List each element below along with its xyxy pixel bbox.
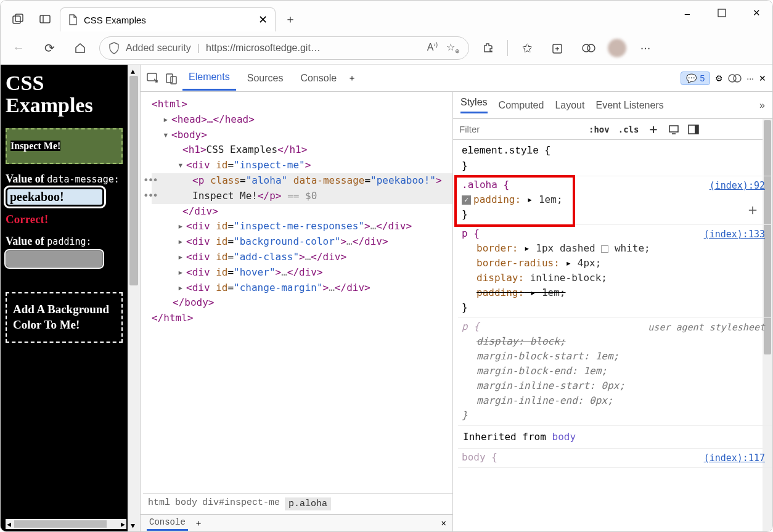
- bg-color-box[interactable]: Add A Background Color To Me!: [6, 292, 123, 342]
- read-aloud-icon[interactable]: A›): [427, 41, 438, 54]
- devtools-drawer: Console ＋ ✕: [141, 514, 452, 531]
- page-content: CSS Examples Inspect Me! Value of data-m…: [1, 65, 128, 531]
- devtools-close-icon[interactable]: ✕: [759, 73, 766, 83]
- collections-icon[interactable]: [546, 36, 570, 60]
- checkbox-icon[interactable]: ✓: [462, 195, 471, 205]
- svg-rect-4: [718, 9, 726, 17]
- devtools-toolbar: Elements Sources Console ＋ 💬5 ⚙ ··· ✕: [141, 65, 772, 92]
- device-toolbar-icon[interactable]: [165, 72, 178, 84]
- refresh-button[interactable]: ⟳: [38, 36, 61, 60]
- shield-icon: [108, 42, 120, 54]
- panel-icon[interactable]: [688, 125, 699, 134]
- correct-label: Correct!: [6, 213, 123, 226]
- new-rule-icon[interactable]: ＋: [647, 121, 660, 137]
- inherited-from: Inherited from body: [458, 426, 772, 449]
- svg-rect-0: [13, 16, 20, 23]
- tab-close-icon[interactable]: ✕: [258, 13, 268, 27]
- feedback-icon[interactable]: [728, 72, 742, 84]
- cls-toggle[interactable]: .cls: [618, 125, 639, 134]
- workspaces-icon[interactable]: [6, 7, 30, 31]
- window-controls: – ✕: [674, 3, 770, 23]
- tab-elements[interactable]: Elements: [182, 65, 236, 91]
- tab-event-listeners[interactable]: Event Listeners: [595, 100, 663, 111]
- profile-avatar[interactable]: [608, 39, 626, 57]
- back-button[interactable]: ←: [7, 36, 30, 60]
- device-icon[interactable]: [668, 125, 679, 134]
- page-scrollbar[interactable]: ▴▾: [128, 65, 140, 531]
- breadcrumb[interactable]: html body div#inspect-me p.aloha: [143, 493, 452, 514]
- styles-pane: Styles Computed Layout Event Listeners »…: [452, 92, 772, 531]
- browser-tab[interactable]: CSS Examples ✕: [60, 7, 276, 31]
- source-link[interactable]: (index):133: [704, 227, 765, 242]
- favorites-icon[interactable]: ✩: [515, 36, 539, 60]
- inspect-element-icon[interactable]: [147, 72, 160, 84]
- tab-sources[interactable]: Sources: [241, 67, 290, 90]
- rule-p-ua[interactable]: user agent stylesheet p { display: block…: [458, 318, 772, 426]
- window-maximize[interactable]: [708, 3, 735, 23]
- label-padding: Value of padding:: [6, 235, 123, 248]
- dom-tree[interactable]: <html> ▸<head>…</head> ▾<body> <h1>CSS E…: [141, 92, 452, 531]
- devtools-more-icon[interactable]: ···: [746, 73, 754, 83]
- tab-console[interactable]: Console: [294, 67, 343, 90]
- styles-more-icon[interactable]: »: [759, 100, 765, 111]
- padding-input[interactable]: [6, 250, 103, 268]
- add-property-icon[interactable]: ＋: [745, 198, 760, 221]
- home-button[interactable]: [68, 36, 92, 60]
- svg-rect-1: [15, 14, 23, 22]
- svg-rect-11: [166, 74, 173, 83]
- extensions-icon[interactable]: [476, 36, 500, 60]
- svg-rect-2: [40, 15, 50, 23]
- devtools: Elements Sources Console ＋ 💬5 ⚙ ··· ✕ <h…: [140, 65, 772, 531]
- browser-essentials-icon[interactable]: [577, 36, 600, 60]
- tab-computed[interactable]: Computed: [499, 100, 544, 111]
- tab-strip: CSS Examples ✕ ＋: [1, 1, 772, 31]
- rule-p[interactable]: (index):133 p { border: ▸ 1px dashed whi…: [458, 225, 772, 318]
- drawer-tab-console[interactable]: Console: [147, 515, 188, 531]
- url-text: https://microsoftedge.git…: [206, 43, 321, 54]
- svg-point-9: [587, 44, 595, 52]
- drawer-add-icon[interactable]: ＋: [194, 518, 203, 529]
- page-h-scrollbar[interactable]: ◂▸: [6, 519, 126, 529]
- window-close[interactable]: ✕: [743, 3, 770, 23]
- tab-title: CSS Examples: [84, 15, 146, 25]
- window-minimize[interactable]: –: [674, 3, 701, 23]
- new-tab-button[interactable]: ＋: [278, 7, 303, 31]
- data-message-input[interactable]: [6, 187, 104, 207]
- rule-aloha[interactable]: (index):92 .aloha { ✓padding: ▸ 1em; } ＋: [458, 176, 772, 225]
- security-label: Added security: [126, 43, 191, 54]
- drawer-close-icon[interactable]: ✕: [441, 518, 446, 528]
- label-data-message: Value of data-message:: [6, 173, 123, 186]
- inspect-me-box[interactable]: Inspect Me!: [6, 128, 123, 164]
- svg-point-14: [734, 75, 741, 82]
- tab-actions-icon[interactable]: [33, 7, 57, 31]
- svg-rect-15: [669, 126, 678, 132]
- issues-badge[interactable]: 💬5: [681, 72, 711, 85]
- source-link[interactable]: (index):92: [710, 179, 765, 193]
- svg-rect-18: [695, 125, 698, 134]
- address-bar: ← ⟳ Added security | https://microsofted…: [1, 31, 772, 65]
- hov-toggle[interactable]: :hov: [589, 125, 610, 134]
- page-icon: [68, 14, 78, 25]
- rule-element-style[interactable]: element.style { }: [458, 142, 772, 176]
- more-tabs-icon[interactable]: ＋: [348, 73, 356, 84]
- selected-dom-node: <p class="aloha" data-message="peekaboo!…: [152, 173, 452, 189]
- favorite-icon[interactable]: ☆⊕: [446, 41, 460, 54]
- url-box[interactable]: Added security | https://microsoftedge.g…: [99, 36, 469, 60]
- page-heading: CSS Examples: [6, 72, 123, 116]
- styles-filter-input[interactable]: [453, 119, 583, 139]
- tab-styles[interactable]: Styles: [460, 97, 488, 113]
- color-swatch[interactable]: [601, 245, 608, 253]
- tab-layout[interactable]: Layout: [555, 100, 584, 111]
- source-link[interactable]: (index):117: [704, 451, 765, 465]
- settings-icon[interactable]: ⚙: [715, 73, 723, 83]
- rule-body[interactable]: (index):117 body {: [458, 449, 772, 468]
- more-icon[interactable]: ···: [634, 36, 657, 60]
